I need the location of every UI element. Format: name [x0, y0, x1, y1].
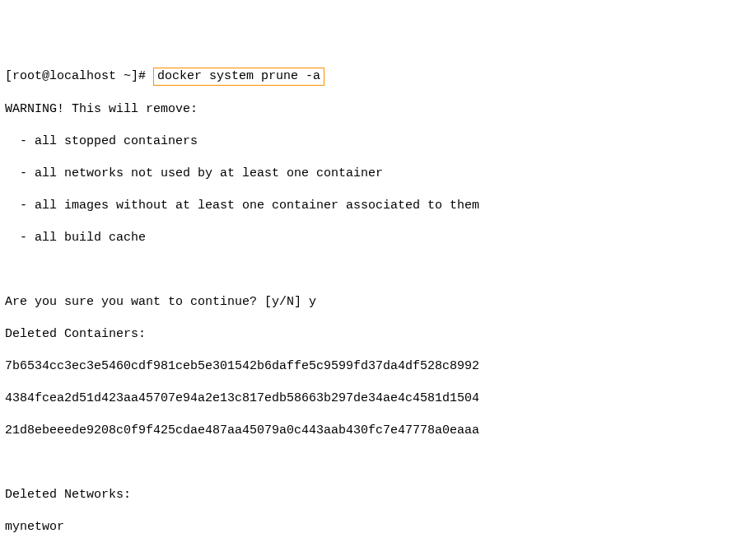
shell-prompt: [root@localhost ~]# [5, 69, 146, 83]
container-id: 4384fcea2d51d423aa45707e94a2e13c817edb58… [5, 391, 751, 407]
warning-item: - all networks not used by at least one … [5, 166, 751, 182]
network-name: mynetwor [5, 519, 751, 536]
blank-line [5, 262, 751, 278]
container-id: 21d8ebeeede9208c0f9f425cdae487aa45079a0c… [5, 423, 751, 439]
warning-header: WARNING! This will remove: [5, 101, 751, 118]
blank-line [5, 455, 751, 471]
warning-item: - all images without at least one contai… [5, 198, 751, 214]
warning-item: - all stopped containers [5, 133, 751, 150]
prompt-line-1[interactable]: [root@localhost ~]# docker system prune … [5, 68, 751, 86]
confirm-prompt: Are you sure you want to continue? [y/N]… [5, 294, 751, 311]
deleted-containers-header: Deleted Containers: [5, 326, 751, 343]
warning-item: - all build cache [5, 230, 751, 246]
highlighted-command: docker system prune -a [153, 68, 324, 86]
container-id: 7b6534cc3ec3e5460cdf981ceb5e301542b6daff… [5, 358, 751, 375]
deleted-networks-header: Deleted Networks: [5, 487, 751, 503]
